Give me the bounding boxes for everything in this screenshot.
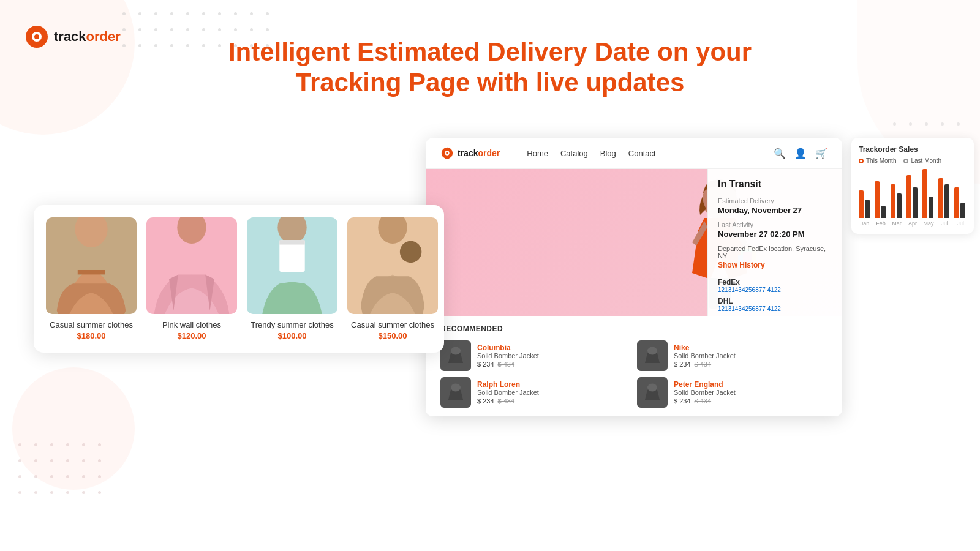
svg-point-28	[451, 384, 461, 392]
chart-labels: Jan Feb Mar Apr May Jul Jul	[859, 220, 967, 227]
show-history-link[interactable]: Show History	[718, 261, 832, 269]
carrier-dhl-name: DHL	[718, 297, 832, 305]
rec-name-1: Solid Bomber Jacket	[477, 352, 539, 359]
rec-image-1	[440, 340, 471, 371]
legend-dot-gray	[903, 159, 908, 163]
rec-item-2-info: Nike Solid Bomber Jacket $ 234 $ 434	[674, 343, 736, 368]
storefront: trackorder Home Catalog Blog Contact 🔍 👤…	[426, 138, 842, 416]
product-image-3	[247, 217, 337, 314]
rec-image-4	[637, 377, 668, 408]
legend-last-month: Last Month	[903, 157, 941, 164]
product-name-2: Pink wall clothes	[162, 320, 221, 329]
svg-point-10	[400, 241, 422, 263]
store-logo-text: trackorder	[458, 148, 500, 158]
rec-item-2[interactable]: Nike Solid Bomber Jacket $ 234 $ 434	[637, 340, 827, 371]
product-image-1	[46, 217, 137, 314]
store-nav-icons: 🔍 👤 🛒	[774, 148, 827, 159]
svg-rect-7	[279, 241, 304, 272]
product-price-3: $100.00	[278, 331, 307, 340]
svg-point-13	[446, 152, 448, 154]
svg-point-6	[277, 217, 306, 244]
rec-item-3[interactable]: Ralph Loren Solid Bomber Jacket $ 234 $ …	[440, 377, 631, 408]
user-icon[interactable]: 👤	[794, 148, 807, 159]
store-hero: In Transit Estimated Delivery Monday, No…	[426, 169, 842, 316]
search-icon[interactable]: 🔍	[774, 148, 786, 159]
rec-brand-1: Columbia	[477, 343, 539, 352]
store-logo[interactable]: trackorder	[440, 146, 500, 160]
product-image-2	[146, 217, 237, 314]
rec-brand-3: Ralph Loren	[477, 380, 539, 389]
svg-point-5	[177, 217, 206, 244]
svg-point-9	[378, 217, 407, 244]
product-name-1: Casual summer clothes	[50, 320, 133, 329]
rec-brand-2: Nike	[674, 343, 736, 352]
store-logo-icon	[440, 146, 454, 160]
rec-price-4: $ 234	[674, 397, 691, 405]
rec-old-price-4: $ 434	[695, 397, 712, 405]
rec-name-4: Solid Bomber Jacket	[674, 389, 736, 396]
rec-old-price-1: $ 434	[498, 361, 515, 368]
product-panel: Casual summer clothes $180.00 Pink wall …	[34, 205, 444, 353]
cart-icon[interactable]: 🛒	[815, 148, 827, 159]
store-nav-links: Home Catalog Blog Contact	[527, 149, 655, 158]
rec-brand-4: Peter England	[674, 380, 736, 389]
rec-item-3-info: Ralph Loren Solid Bomber Jacket $ 234 $ …	[477, 380, 539, 405]
recommended-section: RECOMMENDED Columbia Solid Bomber Jacket…	[426, 316, 842, 416]
store-nav: trackorder Home Catalog Blog Contact 🔍 👤…	[426, 138, 842, 169]
tracking-widget: In Transit Estimated Delivery Monday, No…	[707, 169, 842, 316]
rec-price-1: $ 234	[477, 361, 494, 368]
activity-date: November 27 02:20 PM	[718, 230, 832, 239]
rec-item-1[interactable]: Columbia Solid Bomber Jacket $ 234 $ 434	[440, 340, 631, 371]
carrier-dhl: DHL 12131434256877 4122	[718, 297, 832, 312]
rec-image-3	[440, 377, 471, 408]
legend-this-month: This Month	[859, 157, 896, 164]
main-heading: Intelligent Estimated Delivery Date on y…	[0, 37, 980, 99]
rec-price-3: $ 234	[477, 397, 494, 405]
heading-line2: Tracking Page with live updates	[296, 68, 685, 97]
product-card-1[interactable]: Casual summer clothes $180.00	[46, 217, 137, 340]
rec-old-price-3: $ 434	[498, 397, 515, 405]
product-card-3[interactable]: Trendy summer clothes $100.00	[247, 217, 337, 340]
product-name-3: Trendy summer clothes	[251, 320, 333, 329]
nav-link-catalog[interactable]: Catalog	[560, 149, 588, 158]
rec-item-4-info: Peter England Solid Bomber Jacket $ 234 …	[674, 380, 736, 405]
heading-line1: Intelligent Estimated Delivery Date on y…	[228, 37, 752, 66]
nav-link-contact[interactable]: Contact	[628, 149, 656, 158]
rec-name-3: Solid Bomber Jacket	[477, 389, 539, 396]
svg-point-30	[647, 384, 657, 392]
rec-name-2: Solid Bomber Jacket	[674, 352, 736, 359]
estimated-date: Monday, November 27	[718, 206, 832, 215]
tracking-status: In Transit	[718, 179, 832, 190]
nav-link-blog[interactable]: Blog	[600, 149, 616, 158]
rec-item-4[interactable]: Peter England Solid Bomber Jacket $ 234 …	[637, 377, 827, 408]
chart-legend: This Month Last Month	[859, 157, 967, 164]
product-image-4	[347, 217, 438, 314]
rec-item-1-info: Columbia Solid Bomber Jacket $ 234 $ 434	[477, 343, 539, 368]
product-card-4[interactable]: Casual summer clothes $150.00	[347, 217, 438, 340]
product-name-4: Casual summer clothes	[351, 320, 434, 329]
svg-point-24	[451, 347, 461, 355]
product-price-4: $150.00	[379, 331, 407, 340]
activity-location: Departed FedEx location, Syracuse, NY	[718, 245, 832, 260]
sales-chart: Trackorder Sales This Month Last Month J…	[851, 138, 974, 234]
chart-title: Trackorder Sales	[859, 145, 967, 154]
recommended-grid: Columbia Solid Bomber Jacket $ 234 $ 434	[440, 340, 827, 408]
svg-rect-4	[78, 270, 105, 274]
nav-link-home[interactable]: Home	[527, 149, 548, 158]
rec-old-price-2: $ 434	[695, 361, 712, 368]
product-price-2: $120.00	[178, 331, 206, 340]
carrier-fedex: FedEx 12131434256877 4122	[718, 278, 832, 293]
carrier-fedex-name: FedEx	[718, 278, 832, 287]
rec-image-2	[637, 340, 668, 371]
svg-point-3	[75, 217, 107, 247]
activity-label: Last Activity	[718, 221, 832, 228]
rec-price-2: $ 234	[674, 361, 691, 368]
rec-prices-3: $ 234 $ 434	[477, 397, 539, 405]
chart-bars	[859, 169, 967, 218]
svg-point-26	[647, 347, 657, 355]
product-card-2[interactable]: Pink wall clothes $120.00	[146, 217, 237, 340]
carrier-dhl-number[interactable]: 12131434256877 4122	[718, 305, 832, 312]
rec-prices-1: $ 234 $ 434	[477, 361, 539, 368]
carrier-fedex-number[interactable]: 12131434256877 4122	[718, 287, 832, 293]
product-price-1: $180.00	[77, 331, 106, 340]
